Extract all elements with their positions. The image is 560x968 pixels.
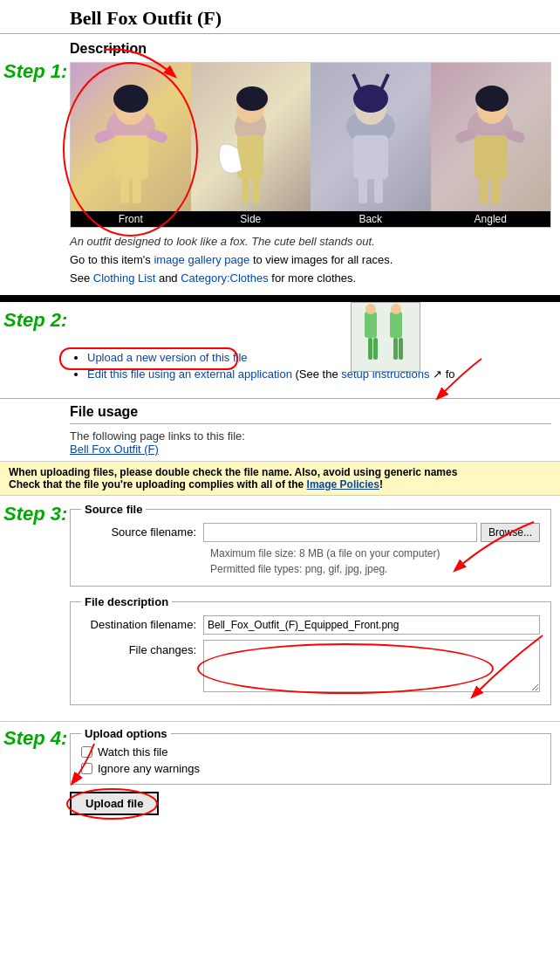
front-character-svg	[87, 65, 174, 209]
warning-line2: Check that the file you're uploading com…	[9, 478, 551, 491]
file-changes-label: File changes:	[81, 640, 203, 656]
step4-label: Step 4:	[3, 727, 67, 750]
svg-rect-30	[368, 338, 372, 360]
upload-button-wrapper: Upload file	[70, 792, 159, 815]
browse-button[interactable]: Browse...	[481, 523, 540, 542]
svg-rect-31	[373, 338, 378, 360]
upload-links-list: Upload a new version of this file Edit t…	[70, 351, 551, 381]
image-front-placeholder	[71, 63, 191, 211]
svg-point-3	[113, 85, 148, 113]
link1-prefix: Go to this item's	[70, 253, 154, 266]
file-changes-input[interactable]	[203, 640, 540, 692]
link1-suffix: to view images for all races.	[249, 253, 393, 266]
ignore-warnings-row: Ignore any warnings	[81, 762, 540, 775]
link2-prefix: See	[70, 271, 93, 285]
page-header: Bell Fox Outfit (F)	[0, 0, 560, 34]
image-back: Back	[311, 63, 431, 227]
upload-file-button[interactable]: Upload file	[70, 792, 159, 815]
upload-link-item: Upload a new version of this file	[87, 351, 551, 364]
svg-rect-33	[393, 338, 398, 360]
file-usage-link[interactable]: Bell Fox Outfit (F)	[70, 443, 159, 456]
step2-label: Step 2:	[3, 309, 67, 332]
dest-filename-input[interactable]	[203, 615, 540, 635]
warning-bar: When uploading files, please double chec…	[0, 461, 560, 496]
thumbnail-svg	[352, 303, 420, 371]
dest-filename-row: Destination filename:	[81, 615, 540, 635]
page-title: Bell Fox Outfit (F)	[70, 7, 551, 30]
file-changes-row: File changes:	[81, 640, 540, 692]
source-filename-label: Source filename:	[81, 525, 203, 539]
image-back-placeholder	[311, 63, 431, 211]
image-side: Side	[191, 63, 311, 227]
bottom-spacer	[70, 815, 551, 833]
front-label: Front	[71, 211, 191, 227]
ignore-warnings-checkbox[interactable]	[81, 763, 92, 774]
angled-label: Angled	[431, 211, 551, 227]
source-legend: Source file	[81, 503, 146, 516]
section-description: Step 1: Description	[0, 34, 560, 295]
warning-line1: When uploading files, please double chec…	[9, 466, 551, 478]
file-usage-text: The following page links to this file:	[70, 429, 551, 443]
permitted-types-note: Permitted file types: png, gif, jpg, jpe…	[210, 563, 540, 575]
svg-rect-15	[353, 135, 388, 179]
edit-external-item: Edit this file using an external applica…	[87, 367, 551, 381]
image-gallery-link[interactable]: image gallery page	[154, 253, 249, 266]
watch-file-label: Watch this file	[98, 745, 167, 759]
dest-filename-label: Destination filename:	[81, 618, 203, 631]
svg-rect-19	[374, 177, 383, 203]
max-size-note: Maximum file size: 8 MB (a file on your …	[210, 547, 540, 560]
image-angled-placeholder	[431, 63, 551, 211]
angled-character-svg	[447, 65, 534, 209]
back-character-svg	[327, 65, 414, 209]
side-character-svg	[207, 65, 294, 209]
svg-rect-12	[242, 177, 249, 203]
edit-external-link[interactable]: Edit this file using an external applica…	[87, 367, 292, 381]
upload-new-version-link[interactable]: Upload a new version of this file	[87, 351, 248, 364]
images-row: Front Side	[70, 62, 551, 228]
section-form: Step 3: Source file Source filename: Bro…	[0, 496, 560, 721]
svg-rect-29	[365, 312, 377, 338]
svg-rect-6	[120, 177, 129, 203]
svg-rect-26	[480, 177, 488, 203]
file-desc-legend: File description	[81, 595, 172, 608]
svg-rect-28	[352, 303, 420, 371]
source-filename-input[interactable]	[203, 523, 477, 542]
image-front: Front	[71, 63, 191, 227]
upload-options-fieldset: Upload options Watch this file Ignore an…	[70, 727, 551, 785]
image-angled: Angled	[431, 63, 551, 227]
svg-rect-9	[237, 135, 263, 179]
file-usage-header: File usage	[70, 404, 551, 424]
svg-point-35	[365, 304, 376, 314]
svg-rect-13	[252, 177, 260, 203]
options-legend: Upload options	[81, 727, 171, 740]
link2-middle: and	[155, 271, 181, 285]
svg-rect-1	[113, 135, 148, 179]
svg-rect-27	[492, 177, 501, 203]
section-divider-1	[0, 295, 560, 302]
section-file-usage: File usage The following page links to t…	[0, 398, 560, 461]
category-clothes-link[interactable]: Category:Clothes	[181, 271, 268, 285]
section-upload-link: Step 2:	[0, 302, 560, 398]
page-wrapper: Bell Fox Outfit (F) Step 1: Description	[0, 0, 560, 840]
side-label: Side	[191, 211, 311, 227]
back-label: Back	[311, 211, 431, 227]
step1-label: Step 1:	[3, 60, 67, 83]
section-options: Step 4: Upload options Watch this file I…	[0, 721, 560, 840]
svg-rect-34	[399, 338, 403, 360]
watch-file-row: Watch this file	[81, 745, 540, 759]
watch-file-checkbox[interactable]	[81, 746, 92, 758]
file-thumbnail	[351, 302, 420, 372]
file-description-fieldset: File description Destination filename: F…	[70, 595, 551, 705]
svg-rect-7	[133, 177, 141, 203]
svg-point-11	[236, 86, 268, 111]
step3-label: Step 3:	[3, 503, 67, 525]
svg-point-23	[475, 86, 509, 112]
source-file-fieldset: Source file Source filename: Browse... M…	[70, 503, 551, 587]
source-filename-row: Source filename: Browse...	[81, 523, 540, 542]
image-side-placeholder	[191, 63, 311, 211]
image-policies-link[interactable]: Image Policies	[307, 478, 379, 491]
svg-point-36	[391, 304, 401, 314]
description-header: Description	[70, 41, 551, 57]
ignore-warnings-label: Ignore any warnings	[98, 762, 200, 775]
clothing-list-link[interactable]: Clothing List	[93, 271, 156, 285]
